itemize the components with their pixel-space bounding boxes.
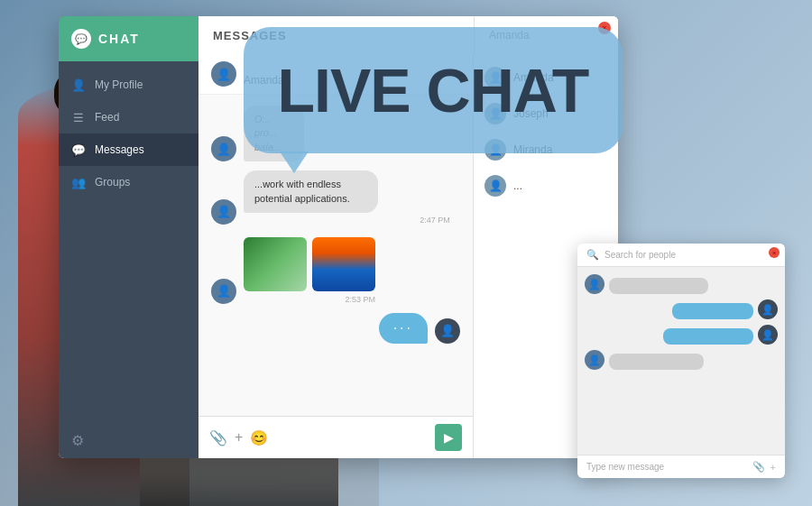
popup-bubble — [663, 328, 753, 345]
popup-avatar: 👤 — [758, 325, 778, 345]
live-chat-title: LIVE CHAT — [278, 60, 589, 121]
popup-avatar: 👤 — [585, 274, 604, 294]
msg-text: ...work with endless potential applicati… — [254, 179, 350, 203]
popup-msg-row: 👤 — [585, 299, 778, 319]
messages-icon: 💬 — [71, 143, 86, 157]
feed-icon: ☰ — [71, 110, 86, 124]
popup-msg-row: 👤 — [585, 274, 778, 294]
popup-search-bar[interactable]: 🔍 Search for people — [577, 244, 785, 267]
sidebar-item-label: Groups — [95, 176, 130, 189]
popup-bubble — [609, 278, 708, 294]
sidebar-item-groups[interactable]: 👥 Groups — [59, 166, 198, 198]
popup-msg-row: 👤 — [585, 325, 778, 345]
chat-header-icon: 💬 — [71, 29, 91, 49]
msg-avatar: 👤 — [211, 279, 236, 304]
popup-plus-icon[interactable]: + — [770, 462, 776, 473]
popup-bubble — [609, 354, 704, 370]
sidebar-nav: 👤 My Profile ☰ Feed 💬 Messages 👥 Groups — [59, 61, 198, 423]
popup-search-icon: 🔍 — [586, 249, 599, 261]
groups-icon: 👥 — [71, 175, 86, 189]
sidebar-title: CHAT — [98, 32, 140, 46]
contact-item-other[interactable]: 👤 ... — [474, 168, 618, 204]
img-thumbnail-nature — [244, 237, 307, 291]
sidebar-item-messages[interactable]: 💬 Messages — [59, 133, 198, 166]
contact-name: ... — [513, 179, 522, 192]
send-button[interactable]: ▶ — [435, 424, 462, 451]
sidebar-footer: ⚙ — [59, 423, 198, 458]
popup-avatar: 👤 — [758, 299, 778, 319]
popup-msg-row: 👤 — [585, 350, 778, 370]
paperclip-icon[interactable]: 📎 — [209, 429, 227, 446]
popup-bubble — [672, 303, 753, 319]
img-thumbnail-ocean — [312, 237, 375, 291]
sidebar-item-my-profile[interactable]: 👤 My Profile — [59, 69, 198, 101]
popup-paperclip-icon[interactable]: 📎 — [752, 461, 765, 473]
sidebar: 💬 CHAT 👤 My Profile ☰ Feed 💬 Messages 👥 … — [59, 16, 198, 458]
typing-indicator: ··· — [379, 313, 428, 344]
popup-avatar: 👤 — [585, 350, 604, 370]
emoji-icon[interactable]: 😊 — [250, 429, 268, 446]
chat-popup-window: × 🔍 Search for people 👤 👤 👤 👤 Type new m… — [577, 244, 785, 478]
speech-bubble-shape: LIVE CHAT — [244, 27, 623, 153]
sidebar-item-feed[interactable]: ☰ Feed — [59, 101, 198, 133]
chat-input-bar: 📎 + 😊 ▶ — [198, 416, 473, 458]
popup-input-placeholder: Type new message — [586, 462, 664, 472]
user-avatar: 👤 — [435, 318, 460, 344]
live-chat-bubble: LIVE CHAT — [244, 27, 623, 171]
msg-images — [244, 237, 375, 291]
msg-time: 2:47 PM — [244, 216, 450, 225]
contact-avatar: 👤 — [211, 61, 236, 87]
popup-messages: 👤 👤 👤 👤 — [577, 267, 785, 455]
message-row: 👤 ...work with endless potential applica… — [211, 170, 460, 225]
msg-avatar: 👤 — [211, 136, 236, 161]
contact-avatar: 👤 — [484, 175, 506, 197]
msg-bubble: ...work with endless potential applicati… — [244, 170, 378, 213]
sidebar-header: 💬 CHAT — [59, 16, 198, 61]
message-row: 👤 ··· — [211, 313, 460, 344]
sidebar-item-label: My Profile — [95, 78, 143, 91]
message-row: 👤 2:53 PM — [211, 234, 460, 304]
msg-avatar: 👤 — [211, 199, 236, 225]
popup-input-bar[interactable]: Type new message 📎 + — [577, 455, 785, 478]
plus-icon[interactable]: + — [235, 429, 243, 446]
popup-search-placeholder: Search for people — [604, 250, 776, 260]
msg-time: 2:53 PM — [244, 295, 375, 304]
popup-close-button[interactable]: × — [769, 247, 780, 258]
sidebar-item-label: Feed — [95, 111, 119, 124]
sidebar-item-label: Messages — [95, 143, 144, 156]
settings-icon[interactable]: ⚙ — [71, 432, 84, 449]
profile-icon: 👤 — [71, 78, 86, 92]
